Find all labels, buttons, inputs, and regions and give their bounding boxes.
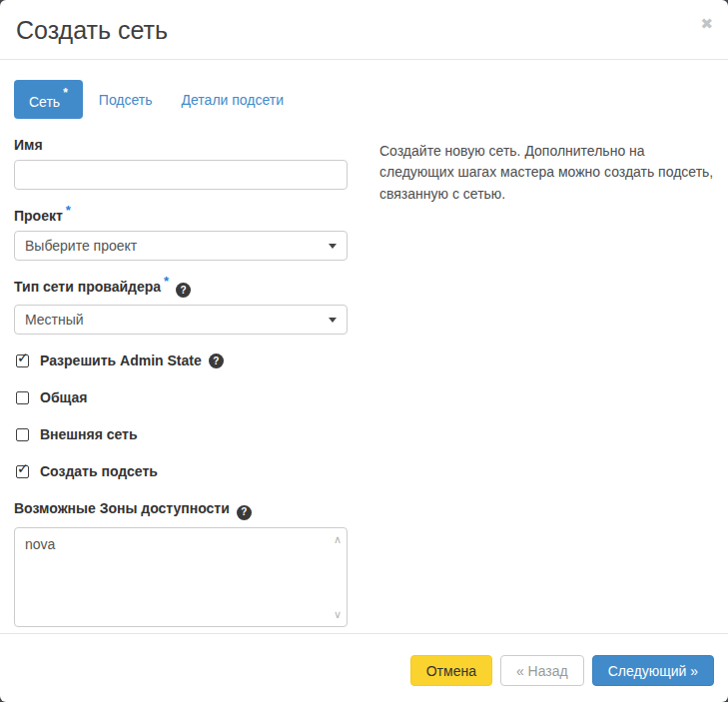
availability-zones-label: Возможные Зоны доступности?: [14, 500, 348, 520]
dialog-body: Имя Проект* Выберите проект Тип сети про…: [0, 119, 728, 633]
name-field-group: Имя: [14, 137, 348, 190]
name-label: Имя: [14, 137, 348, 153]
tab-subnet[interactable]: Подсеть: [99, 82, 153, 117]
close-icon[interactable]: ✖: [700, 16, 713, 31]
help-description-column: Создайте новую сеть. Дополнительно на сл…: [379, 137, 714, 633]
provider-type-select[interactable]: Местный: [14, 305, 348, 335]
checkbox-label: Общая: [40, 389, 87, 405]
provider-type-label-text: Тип сети провайдера: [14, 279, 161, 295]
form-column: Имя Проект* Выберите проект Тип сети про…: [14, 137, 348, 633]
availability-zones-group: Возможные Зоны доступности? nova ∧ ∨: [14, 500, 348, 627]
create-network-dialog: Создать сеть ✖ Сеть* Подсеть Детали подс…: [0, 0, 728, 702]
cancel-button[interactable]: Отмена: [410, 655, 492, 686]
name-input[interactable]: [14, 160, 348, 190]
project-label-text: Проект: [14, 208, 63, 224]
checkbox-box: ✓: [16, 354, 29, 367]
scroll-up-icon[interactable]: ∧: [334, 534, 342, 545]
provider-type-field-group: Тип сети провайдера*? Местный: [14, 279, 348, 336]
checkbox-create-subnet[interactable]: ✓ Создать подсеть: [16, 463, 348, 479]
project-select-value: Выберите проект: [25, 238, 137, 254]
checkbox-label: Внешняя сеть: [40, 426, 138, 442]
checkbox-box: [16, 428, 29, 441]
project-label: Проект*: [14, 208, 348, 224]
checkbox-shared[interactable]: Общая: [16, 389, 348, 405]
chevron-down-icon: [329, 318, 337, 323]
required-asterisk: *: [66, 203, 71, 218]
checkbox-external-network[interactable]: Внешняя сеть: [16, 426, 348, 442]
help-icon[interactable]: ?: [176, 283, 191, 298]
project-select[interactable]: Выберите проект: [14, 231, 348, 261]
checkbox-box: ✓: [16, 465, 29, 478]
availability-zones-label-text: Возможные Зоны доступности: [14, 500, 230, 516]
tab-network[interactable]: Сеть*: [14, 80, 83, 119]
dialog-footer: Отмена « Назад Следующий »: [0, 633, 728, 702]
checkbox-label: Создать подсеть: [40, 463, 158, 479]
back-button[interactable]: « Назад: [500, 655, 584, 686]
tab-subnet-details[interactable]: Детали подсети: [182, 82, 285, 117]
scroll-down-icon[interactable]: ∨: [334, 609, 342, 620]
help-icon[interactable]: ?: [209, 353, 224, 368]
checkmark-icon: ✓: [17, 351, 29, 364]
checkbox-label: Разрешить Admin State: [40, 352, 202, 368]
checkbox-admin-state[interactable]: ✓ Разрешить Admin State ?: [16, 352, 348, 368]
dialog-header: Создать сеть ✖: [0, 0, 728, 60]
checkbox-box: [16, 391, 29, 404]
help-icon[interactable]: ?: [237, 505, 252, 520]
checkmark-icon: ✓: [17, 461, 29, 475]
wizard-tab-bar: Сеть* Подсеть Детали подсети: [0, 60, 728, 119]
provider-type-label: Тип сети провайдера*?: [14, 279, 348, 299]
next-button[interactable]: Следующий »: [592, 655, 714, 686]
required-asterisk: *: [164, 274, 169, 289]
availability-zones-listbox[interactable]: nova ∧ ∨: [14, 527, 348, 627]
chevron-down-icon: [329, 244, 337, 249]
project-field-group: Проект* Выберите проект: [14, 208, 348, 261]
dialog-title: Создать сеть: [16, 14, 712, 46]
tab-network-label: Сеть: [29, 94, 60, 110]
help-description-text: Создайте новую сеть. Дополнительно на сл…: [379, 141, 714, 206]
tab-required-asterisk: *: [63, 86, 68, 100]
zone-option-nova[interactable]: nova: [15, 528, 347, 560]
provider-type-select-value: Местный: [25, 312, 84, 328]
